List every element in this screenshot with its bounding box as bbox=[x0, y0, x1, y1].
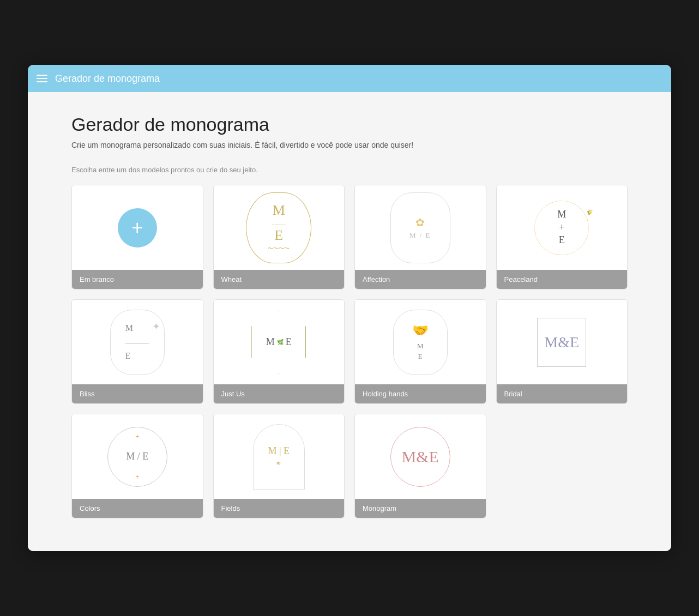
card-preview-em-branco: + bbox=[72, 185, 203, 270]
card-colors[interactable]: + M / E + Colors bbox=[71, 414, 203, 518]
page-subtitle: Crie um monograma personalizado com suas… bbox=[71, 141, 628, 149]
card-label-peaceland: Peaceland bbox=[497, 270, 628, 289]
card-label-monogram: Monogram bbox=[355, 499, 486, 518]
wheat-frame: M —— E 〜〜〜〜 bbox=[246, 192, 311, 263]
card-bliss[interactable]: M————E ✦ Bliss bbox=[71, 299, 203, 404]
card-wheat[interactable]: M —— E 〜〜〜〜 Wheat bbox=[213, 185, 345, 289]
card-label-justus: Just Us bbox=[214, 384, 345, 403]
card-preview-wheat: M —— E 〜〜〜〜 bbox=[214, 185, 345, 270]
card-monogram[interactable]: M&E Monogram bbox=[354, 414, 486, 518]
card-label-em-branco: Em branco bbox=[72, 270, 203, 289]
cards-grid-row3: + M / E + Colors M | E ⚭ Fields bbox=[71, 414, 628, 518]
monogram-letters: M&E bbox=[402, 448, 439, 466]
bridal-letters: M&E bbox=[544, 334, 579, 351]
card-just-us[interactable]: M 🌿 E Just Us bbox=[213, 299, 345, 404]
wheat-letters: M —— E bbox=[272, 203, 286, 244]
bliss-deco: ✦ bbox=[152, 321, 160, 333]
bliss-frame: M————E ✦ bbox=[110, 310, 165, 375]
colors-frame: + M / E + bbox=[107, 427, 167, 487]
justus-letters: M 🌿 E bbox=[266, 336, 292, 348]
colors-circle: + M / E + bbox=[107, 427, 167, 487]
monogram-frame: M&E bbox=[390, 427, 450, 487]
bridal-inner: M&E bbox=[537, 318, 586, 367]
card-preview-bliss: M————E ✦ bbox=[72, 300, 203, 384]
peaceland-frame: M+E 🌾 bbox=[529, 195, 594, 261]
card-holding-hands[interactable]: 🤝 ME Holding hands bbox=[354, 299, 486, 404]
bridal-frame: M&E bbox=[537, 318, 586, 367]
monogram-circle: M&E bbox=[390, 427, 450, 487]
colors-deco-top: + bbox=[135, 433, 139, 440]
card-preview-monogram: M&E bbox=[355, 414, 486, 499]
empty-slot bbox=[496, 414, 628, 518]
affection-frame: ✿ M / E bbox=[390, 192, 450, 263]
card-label-bliss: Bliss bbox=[72, 384, 203, 403]
bliss-arch: M————E bbox=[110, 310, 165, 375]
menu-icon[interactable] bbox=[37, 75, 47, 82]
colors-deco-bottom: + bbox=[135, 473, 139, 481]
affection-letters: M / E bbox=[409, 231, 431, 240]
card-preview-holding: 🤝 ME bbox=[355, 300, 486, 384]
holding-icon: 🤝 bbox=[412, 323, 429, 338]
card-label-holding: Holding hands bbox=[355, 384, 486, 403]
card-preview-bridal: M&E bbox=[497, 300, 628, 384]
bliss-letters: M————E bbox=[125, 321, 149, 363]
card-preview-peaceland: M+E 🌾 bbox=[497, 185, 628, 270]
wheat-deco: 〜〜〜〜 bbox=[268, 245, 290, 252]
card-fields[interactable]: M | E ⚭ Fields bbox=[213, 414, 345, 518]
main-content: Gerador de monograma Crie um monograma p… bbox=[28, 92, 671, 551]
colors-letters: M / E bbox=[126, 451, 148, 462]
card-preview-fields: M | E ⚭ bbox=[214, 414, 345, 499]
card-em-branco[interactable]: + Em branco bbox=[71, 185, 203, 289]
card-preview-colors: + M / E + bbox=[72, 414, 203, 499]
card-label-wheat: Wheat bbox=[214, 270, 345, 289]
card-bridal[interactable]: M&E Bridal bbox=[496, 299, 628, 404]
card-affection[interactable]: ✿ M / E Affection bbox=[354, 185, 486, 289]
peaceland-deco: 🌾 bbox=[586, 209, 593, 215]
plus-icon: + bbox=[118, 208, 157, 247]
card-peaceland[interactable]: M+E 🌾 Peaceland bbox=[496, 185, 628, 289]
card-label-fields: Fields bbox=[214, 499, 345, 518]
peaceland-letters: M+E bbox=[557, 208, 566, 246]
card-preview-affection: ✿ M / E bbox=[355, 185, 486, 270]
justus-hexagon: M 🌿 E bbox=[251, 311, 306, 373]
cards-grid: + Em branco M —— E 〜〜〜〜 Wheat bbox=[71, 185, 628, 404]
page-title: Gerador de monograma bbox=[71, 114, 628, 135]
card-label-bridal: Bridal bbox=[497, 384, 628, 403]
holding-frame: 🤝 ME bbox=[393, 310, 448, 375]
affection-flower: ✿ bbox=[415, 216, 425, 229]
topbar-title: Gerador de monograma bbox=[55, 73, 160, 84]
browser-window: Gerador de monograma Gerador de monogram… bbox=[28, 65, 671, 551]
topbar: Gerador de monograma bbox=[28, 65, 671, 92]
fields-letters: M | E bbox=[268, 445, 290, 457]
section-label: Escolha entre um dos modelos prontos ou … bbox=[71, 166, 628, 174]
card-preview-justus: M 🌿 E bbox=[214, 300, 345, 384]
holding-letters: ME bbox=[417, 341, 424, 361]
card-label-affection: Affection bbox=[355, 270, 486, 289]
fields-icon: ⚭ bbox=[275, 459, 282, 468]
fields-arch: M | E ⚭ bbox=[253, 424, 305, 490]
card-label-colors: Colors bbox=[72, 499, 203, 518]
peaceland-circle: M+E 🌾 bbox=[534, 201, 589, 255]
